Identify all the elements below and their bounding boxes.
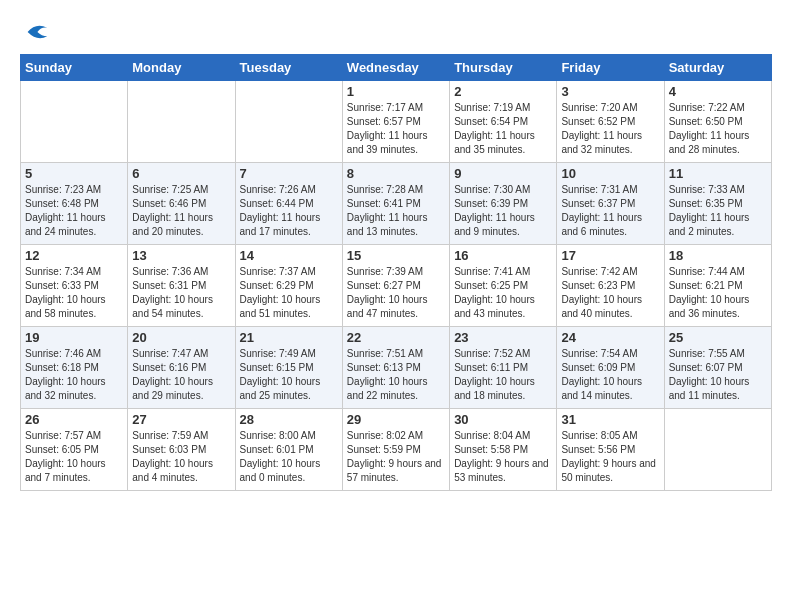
day-number: 9 — [454, 166, 552, 181]
calendar-cell: 29Sunrise: 8:02 AM Sunset: 5:59 PM Dayli… — [342, 409, 449, 491]
calendar-cell: 28Sunrise: 8:00 AM Sunset: 6:01 PM Dayli… — [235, 409, 342, 491]
calendar-cell: 25Sunrise: 7:55 AM Sunset: 6:07 PM Dayli… — [664, 327, 771, 409]
calendar-cell: 8Sunrise: 7:28 AM Sunset: 6:41 PM Daylig… — [342, 163, 449, 245]
calendar-week-3: 12Sunrise: 7:34 AM Sunset: 6:33 PM Dayli… — [21, 245, 772, 327]
calendar-cell — [664, 409, 771, 491]
day-info: Sunrise: 8:00 AM Sunset: 6:01 PM Dayligh… — [240, 429, 338, 485]
day-number: 15 — [347, 248, 445, 263]
day-number: 27 — [132, 412, 230, 427]
weekday-header-tuesday: Tuesday — [235, 55, 342, 81]
day-number: 1 — [347, 84, 445, 99]
calendar-week-5: 26Sunrise: 7:57 AM Sunset: 6:05 PM Dayli… — [21, 409, 772, 491]
day-info: Sunrise: 7:25 AM Sunset: 6:46 PM Dayligh… — [132, 183, 230, 239]
weekday-header-thursday: Thursday — [450, 55, 557, 81]
day-number: 29 — [347, 412, 445, 427]
header — [20, 18, 772, 42]
weekday-header-sunday: Sunday — [21, 55, 128, 81]
logo — [20, 18, 50, 42]
day-number: 14 — [240, 248, 338, 263]
day-info: Sunrise: 7:44 AM Sunset: 6:21 PM Dayligh… — [669, 265, 767, 321]
logo-icon — [22, 18, 50, 46]
day-info: Sunrise: 7:41 AM Sunset: 6:25 PM Dayligh… — [454, 265, 552, 321]
calendar-cell: 15Sunrise: 7:39 AM Sunset: 6:27 PM Dayli… — [342, 245, 449, 327]
calendar-cell: 3Sunrise: 7:20 AM Sunset: 6:52 PM Daylig… — [557, 81, 664, 163]
calendar-cell: 6Sunrise: 7:25 AM Sunset: 6:46 PM Daylig… — [128, 163, 235, 245]
day-info: Sunrise: 7:31 AM Sunset: 6:37 PM Dayligh… — [561, 183, 659, 239]
calendar-cell: 14Sunrise: 7:37 AM Sunset: 6:29 PM Dayli… — [235, 245, 342, 327]
calendar-cell: 17Sunrise: 7:42 AM Sunset: 6:23 PM Dayli… — [557, 245, 664, 327]
day-info: Sunrise: 7:55 AM Sunset: 6:07 PM Dayligh… — [669, 347, 767, 403]
day-info: Sunrise: 7:42 AM Sunset: 6:23 PM Dayligh… — [561, 265, 659, 321]
calendar-cell — [128, 81, 235, 163]
day-info: Sunrise: 7:36 AM Sunset: 6:31 PM Dayligh… — [132, 265, 230, 321]
calendar-cell: 13Sunrise: 7:36 AM Sunset: 6:31 PM Dayli… — [128, 245, 235, 327]
calendar-cell: 20Sunrise: 7:47 AM Sunset: 6:16 PM Dayli… — [128, 327, 235, 409]
day-number: 28 — [240, 412, 338, 427]
day-number: 19 — [25, 330, 123, 345]
day-number: 8 — [347, 166, 445, 181]
day-number: 12 — [25, 248, 123, 263]
weekday-header-monday: Monday — [128, 55, 235, 81]
calendar-table: SundayMondayTuesdayWednesdayThursdayFrid… — [20, 54, 772, 491]
calendar-cell: 16Sunrise: 7:41 AM Sunset: 6:25 PM Dayli… — [450, 245, 557, 327]
calendar-cell: 5Sunrise: 7:23 AM Sunset: 6:48 PM Daylig… — [21, 163, 128, 245]
day-info: Sunrise: 7:49 AM Sunset: 6:15 PM Dayligh… — [240, 347, 338, 403]
calendar-cell: 21Sunrise: 7:49 AM Sunset: 6:15 PM Dayli… — [235, 327, 342, 409]
day-number: 24 — [561, 330, 659, 345]
calendar-cell: 2Sunrise: 7:19 AM Sunset: 6:54 PM Daylig… — [450, 81, 557, 163]
calendar-cell: 31Sunrise: 8:05 AM Sunset: 5:56 PM Dayli… — [557, 409, 664, 491]
calendar-cell: 27Sunrise: 7:59 AM Sunset: 6:03 PM Dayli… — [128, 409, 235, 491]
calendar-cell: 23Sunrise: 7:52 AM Sunset: 6:11 PM Dayli… — [450, 327, 557, 409]
day-number: 25 — [669, 330, 767, 345]
calendar-cell: 9Sunrise: 7:30 AM Sunset: 6:39 PM Daylig… — [450, 163, 557, 245]
weekday-header-friday: Friday — [557, 55, 664, 81]
calendar-cell: 19Sunrise: 7:46 AM Sunset: 6:18 PM Dayli… — [21, 327, 128, 409]
calendar-week-2: 5Sunrise: 7:23 AM Sunset: 6:48 PM Daylig… — [21, 163, 772, 245]
calendar-cell: 26Sunrise: 7:57 AM Sunset: 6:05 PM Dayli… — [21, 409, 128, 491]
calendar-cell: 10Sunrise: 7:31 AM Sunset: 6:37 PM Dayli… — [557, 163, 664, 245]
day-info: Sunrise: 8:02 AM Sunset: 5:59 PM Dayligh… — [347, 429, 445, 485]
logo-text — [20, 18, 50, 46]
day-info: Sunrise: 8:04 AM Sunset: 5:58 PM Dayligh… — [454, 429, 552, 485]
day-info: Sunrise: 7:39 AM Sunset: 6:27 PM Dayligh… — [347, 265, 445, 321]
day-number: 30 — [454, 412, 552, 427]
day-info: Sunrise: 7:47 AM Sunset: 6:16 PM Dayligh… — [132, 347, 230, 403]
weekday-header-saturday: Saturday — [664, 55, 771, 81]
day-number: 6 — [132, 166, 230, 181]
day-number: 18 — [669, 248, 767, 263]
weekday-header-row: SundayMondayTuesdayWednesdayThursdayFrid… — [21, 55, 772, 81]
day-number: 22 — [347, 330, 445, 345]
calendar-cell — [21, 81, 128, 163]
day-info: Sunrise: 7:51 AM Sunset: 6:13 PM Dayligh… — [347, 347, 445, 403]
day-number: 4 — [669, 84, 767, 99]
weekday-header-wednesday: Wednesday — [342, 55, 449, 81]
day-number: 21 — [240, 330, 338, 345]
day-number: 2 — [454, 84, 552, 99]
calendar-cell: 18Sunrise: 7:44 AM Sunset: 6:21 PM Dayli… — [664, 245, 771, 327]
day-info: Sunrise: 7:33 AM Sunset: 6:35 PM Dayligh… — [669, 183, 767, 239]
day-info: Sunrise: 7:52 AM Sunset: 6:11 PM Dayligh… — [454, 347, 552, 403]
day-info: Sunrise: 7:20 AM Sunset: 6:52 PM Dayligh… — [561, 101, 659, 157]
calendar-week-1: 1Sunrise: 7:17 AM Sunset: 6:57 PM Daylig… — [21, 81, 772, 163]
day-info: Sunrise: 7:26 AM Sunset: 6:44 PM Dayligh… — [240, 183, 338, 239]
day-number: 16 — [454, 248, 552, 263]
day-info: Sunrise: 7:46 AM Sunset: 6:18 PM Dayligh… — [25, 347, 123, 403]
day-info: Sunrise: 7:57 AM Sunset: 6:05 PM Dayligh… — [25, 429, 123, 485]
calendar-cell: 11Sunrise: 7:33 AM Sunset: 6:35 PM Dayli… — [664, 163, 771, 245]
day-info: Sunrise: 7:54 AM Sunset: 6:09 PM Dayligh… — [561, 347, 659, 403]
day-number: 5 — [25, 166, 123, 181]
day-number: 3 — [561, 84, 659, 99]
calendar-cell: 24Sunrise: 7:54 AM Sunset: 6:09 PM Dayli… — [557, 327, 664, 409]
page: SundayMondayTuesdayWednesdayThursdayFrid… — [0, 0, 792, 501]
day-info: Sunrise: 7:34 AM Sunset: 6:33 PM Dayligh… — [25, 265, 123, 321]
calendar-cell: 1Sunrise: 7:17 AM Sunset: 6:57 PM Daylig… — [342, 81, 449, 163]
day-number: 31 — [561, 412, 659, 427]
day-info: Sunrise: 7:22 AM Sunset: 6:50 PM Dayligh… — [669, 101, 767, 157]
day-number: 7 — [240, 166, 338, 181]
day-info: Sunrise: 7:28 AM Sunset: 6:41 PM Dayligh… — [347, 183, 445, 239]
day-info: Sunrise: 7:59 AM Sunset: 6:03 PM Dayligh… — [132, 429, 230, 485]
day-number: 13 — [132, 248, 230, 263]
day-number: 26 — [25, 412, 123, 427]
calendar-week-4: 19Sunrise: 7:46 AM Sunset: 6:18 PM Dayli… — [21, 327, 772, 409]
calendar-cell — [235, 81, 342, 163]
